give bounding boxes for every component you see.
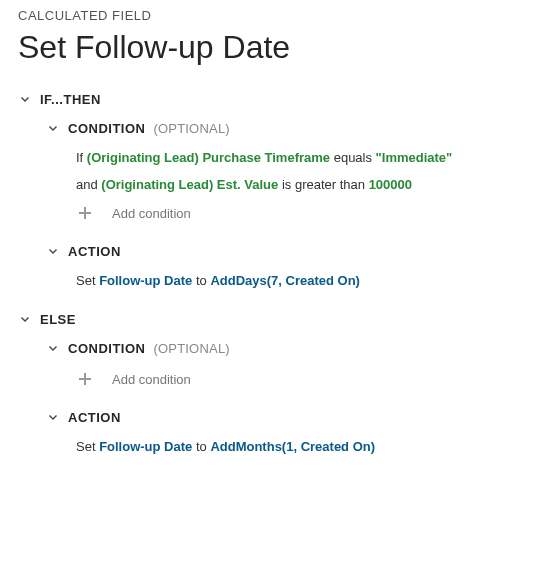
action-prefix: Set bbox=[76, 439, 99, 454]
condition-row-1[interactable]: If (Originating Lead) Purchase Timeframe… bbox=[76, 150, 515, 165]
collapse-icon[interactable] bbox=[18, 95, 32, 105]
collapse-icon[interactable] bbox=[46, 413, 60, 423]
if-action-header[interactable]: ACTION bbox=[46, 244, 515, 259]
add-condition-button-else[interactable]: Add condition bbox=[76, 370, 515, 388]
svg-rect-1 bbox=[79, 212, 91, 214]
condition-field: (Originating Lead) Purchase Timeframe bbox=[87, 150, 330, 165]
if-condition-header[interactable]: CONDITION (OPTIONAL) bbox=[46, 121, 515, 136]
breadcrumb: CALCULATED FIELD bbox=[18, 8, 515, 23]
else-condition-header[interactable]: CONDITION (OPTIONAL) bbox=[46, 341, 515, 356]
condition-label: CONDITION bbox=[68, 341, 145, 356]
if-then-header[interactable]: IF...THEN bbox=[18, 92, 515, 107]
add-condition-label: Add condition bbox=[112, 372, 191, 387]
if-action-row[interactable]: Set Follow-up Date to AddDays(7, Created… bbox=[76, 273, 515, 288]
plus-icon bbox=[76, 204, 94, 222]
else-label: ELSE bbox=[40, 312, 76, 327]
action-mid: to bbox=[192, 439, 210, 454]
condition-operator: equals bbox=[330, 150, 376, 165]
collapse-icon[interactable] bbox=[46, 344, 60, 354]
else-action-row[interactable]: Set Follow-up Date to AddMonths(1, Creat… bbox=[76, 439, 515, 454]
action-prefix: Set bbox=[76, 273, 99, 288]
collapse-icon[interactable] bbox=[18, 315, 32, 325]
condition-prefix: and bbox=[76, 177, 101, 192]
action-field: Follow-up Date bbox=[99, 439, 192, 454]
action-function: AddMonths(1, Created On) bbox=[210, 439, 375, 454]
plus-icon bbox=[76, 370, 94, 388]
if-then-label: IF...THEN bbox=[40, 92, 101, 107]
action-label: ACTION bbox=[68, 244, 121, 259]
else-action-header[interactable]: ACTION bbox=[46, 410, 515, 425]
action-mid: to bbox=[192, 273, 210, 288]
add-condition-label: Add condition bbox=[112, 206, 191, 221]
optional-label: (OPTIONAL) bbox=[153, 341, 229, 356]
collapse-icon[interactable] bbox=[46, 124, 60, 134]
condition-label: CONDITION bbox=[68, 121, 145, 136]
condition-value: 100000 bbox=[369, 177, 412, 192]
svg-rect-3 bbox=[79, 378, 91, 380]
condition-field: (Originating Lead) Est. Value bbox=[101, 177, 278, 192]
condition-row-2[interactable]: and (Originating Lead) Est. Value is gre… bbox=[76, 177, 515, 192]
else-header[interactable]: ELSE bbox=[18, 312, 515, 327]
condition-operator: is greater than bbox=[278, 177, 368, 192]
action-label: ACTION bbox=[68, 410, 121, 425]
condition-prefix: If bbox=[76, 150, 87, 165]
action-function: AddDays(7, Created On) bbox=[210, 273, 360, 288]
page-title: Set Follow-up Date bbox=[18, 29, 515, 66]
collapse-icon[interactable] bbox=[46, 247, 60, 257]
add-condition-button-if[interactable]: Add condition bbox=[76, 204, 515, 222]
condition-value: "Immediate" bbox=[376, 150, 453, 165]
action-field: Follow-up Date bbox=[99, 273, 192, 288]
optional-label: (OPTIONAL) bbox=[153, 121, 229, 136]
